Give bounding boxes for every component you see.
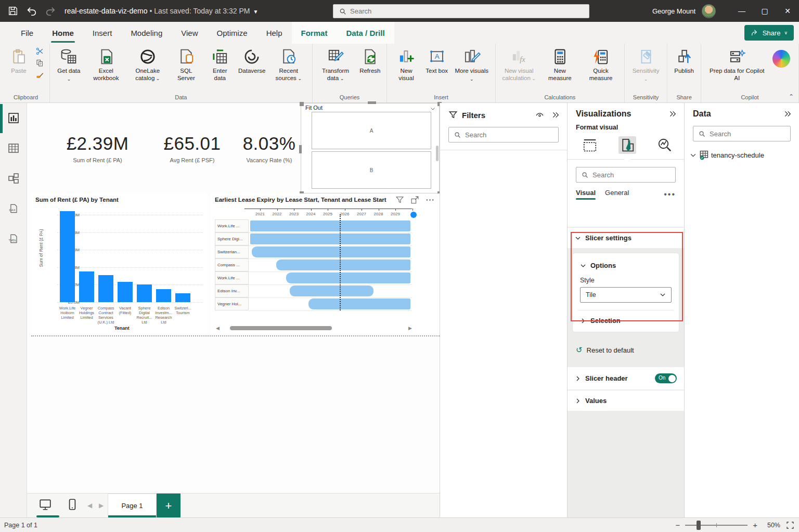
cut-icon[interactable] [35,47,44,56]
data-search-input[interactable] [710,130,788,138]
kpi-card[interactable]: £2.39MSum of Rent (£ PA) [52,133,143,163]
options-section[interactable]: Options [573,255,679,273]
focus-mode-icon[interactable] [410,196,419,204]
page-tab[interactable]: Page 1 [108,494,157,518]
gantt-bar[interactable] [286,273,410,283]
menu-item-modeling[interactable]: Modeling [121,22,172,44]
gantt-bar[interactable] [308,299,411,309]
ribbon-collapse-icon[interactable]: ⌃ [789,93,794,100]
collapse-pane-icon[interactable] [551,111,560,119]
ribbon-button-publish[interactable]: Publish [671,46,698,74]
ribbon-button-new-visual-calculation[interactable]: fxNew visual calculation ⌄ [499,46,539,82]
menu-item-insert[interactable]: Insert [83,22,122,44]
bar-chart-visual[interactable]: Sum of Rent (£ PA) by Tenant £0.0M£0.2M£… [31,193,207,335]
selection-section[interactable]: Selection [573,310,679,331]
slicer-header-section[interactable]: Slicer header On [568,367,684,390]
share-button[interactable]: Share ∨ [744,25,794,41]
selection-handle[interactable] [300,102,304,106]
maximize-button[interactable]: ▢ [753,0,776,22]
slicer-visual-fit-out[interactable]: Fit Out AB [301,103,440,193]
slicer-tile-a[interactable]: A [312,112,431,149]
gantt-scroll-right-icon[interactable]: ▶ [408,326,412,331]
gantt-chart-visual[interactable]: Earliest Lease Expiry by Lease Start, Te… [211,193,440,335]
ribbon-button-text-box[interactable]: AText box [423,46,450,74]
data-search[interactable] [693,126,791,141]
menu-item-help[interactable]: Help [257,22,292,44]
ribbon-button-dataverse[interactable]: Dataverse [237,46,267,74]
global-search[interactable] [333,4,589,18]
bar-0[interactable] [60,211,75,302]
collapse-pane-icon[interactable] [783,110,792,118]
filter-funnel-icon[interactable] [395,196,404,204]
gantt-bar[interactable] [252,246,411,257]
undo-icon[interactable] [26,5,37,17]
ribbon-button-sensitivity[interactable]: Sensitivity ⌄ [628,46,664,83]
style-dropdown[interactable]: Tile [580,287,672,303]
ribbon-button-transform-data[interactable]: Transform data ⌄ [316,46,356,82]
menu-item-optimize[interactable]: Optimize [208,22,257,44]
chevron-down-icon[interactable] [430,106,436,112]
painter-icon[interactable] [35,71,44,80]
bar-4[interactable] [137,284,152,302]
bar-3[interactable] [118,282,133,302]
menu-item-file[interactable]: File [11,22,43,44]
table-view-button[interactable] [0,133,27,163]
gantt-scroll-left-icon[interactable]: ◀ [216,326,220,331]
format-search[interactable] [576,167,676,183]
mobile-layout-button[interactable] [66,498,79,513]
zoom-out-button[interactable]: − [675,521,680,529]
model-view-button[interactable] [0,163,27,193]
gantt-bar[interactable] [290,286,373,296]
ribbon-button-get-data[interactable]: Get data ⌄ [53,46,85,83]
prev-page-icon[interactable]: ◀ [87,502,92,509]
ribbon-button-excel-workbook[interactable]: Excel workbook [86,46,126,82]
zoom-slider-thumb[interactable] [697,521,701,530]
gantt-scroll-dot[interactable] [410,212,417,218]
gantt-bar[interactable] [250,233,410,244]
gantt-scrollbar-thumb[interactable] [230,326,332,330]
selection-handle[interactable] [368,101,376,104]
ribbon-button-new-measure[interactable]: New measure [540,46,579,82]
bar-1[interactable] [79,271,94,302]
table-tenancy-schedule[interactable]: tenancy-schedule [690,149,796,161]
ribbon-button-prep-data-for-copilot-ai[interactable]: Prep data for Copilot AI [704,46,769,82]
format-visual-icon[interactable] [618,136,636,154]
reset-to-default-button[interactable]: ↺ Reset to default [568,338,684,362]
tab-visual[interactable]: Visual [576,189,596,200]
fit-to-page-icon[interactable] [785,521,795,530]
canvas-scrollbar-thumb[interactable] [436,146,439,161]
ribbon-button-recent-sources[interactable]: Recent sources ⌄ [268,46,309,82]
format-search-input[interactable] [592,171,671,179]
eye-icon[interactable] [535,111,544,120]
menu-item-format[interactable]: Format [292,22,337,44]
ribbon-button-sql-server[interactable]: SQL Server [169,46,203,82]
tab-general[interactable]: General [605,189,629,200]
slicer-tile-b[interactable]: B [312,151,431,189]
next-page-icon[interactable]: ▶ [99,502,104,509]
slicer-header-toggle[interactable]: On [655,373,677,383]
zoom-slider[interactable] [685,525,748,526]
gantt-bar[interactable] [250,220,410,231]
avatar[interactable] [702,4,716,18]
ribbon-button-onelake-catalog[interactable]: OneLake catalog ⌄ [127,46,168,82]
save-icon[interactable] [7,5,19,17]
ribbon-button-more-visuals[interactable]: More visuals ⌄ [452,46,492,83]
collapse-pane-icon[interactable] [668,110,677,118]
ribbon-button-refresh[interactable]: Refresh [356,46,383,74]
close-button[interactable]: ✕ [776,0,799,22]
copilot-logo-icon[interactable] [772,50,790,68]
user-name[interactable]: George Mount [652,7,695,15]
values-section[interactable]: Values [568,391,684,411]
report-canvas[interactable]: £2.39MSum of Rent (£ PA)£65.01Avg Rent (… [27,103,440,493]
more-options-icon[interactable] [426,196,434,204]
bar-5[interactable] [156,289,171,302]
build-visual-icon[interactable] [581,136,599,154]
bar-2[interactable] [98,275,113,302]
desktop-layout-button[interactable] [38,498,52,513]
tabs-more-icon[interactable]: ••• [664,190,676,199]
menu-item-home[interactable]: Home [43,22,83,44]
dax-query-view-button[interactable]: DAX [0,193,27,224]
zoom-in-button[interactable]: + [753,521,757,529]
ribbon-button-quick-measure[interactable]: Quick measure [581,46,621,82]
ribbon-button-enter-data[interactable]: Enter data [204,46,236,82]
